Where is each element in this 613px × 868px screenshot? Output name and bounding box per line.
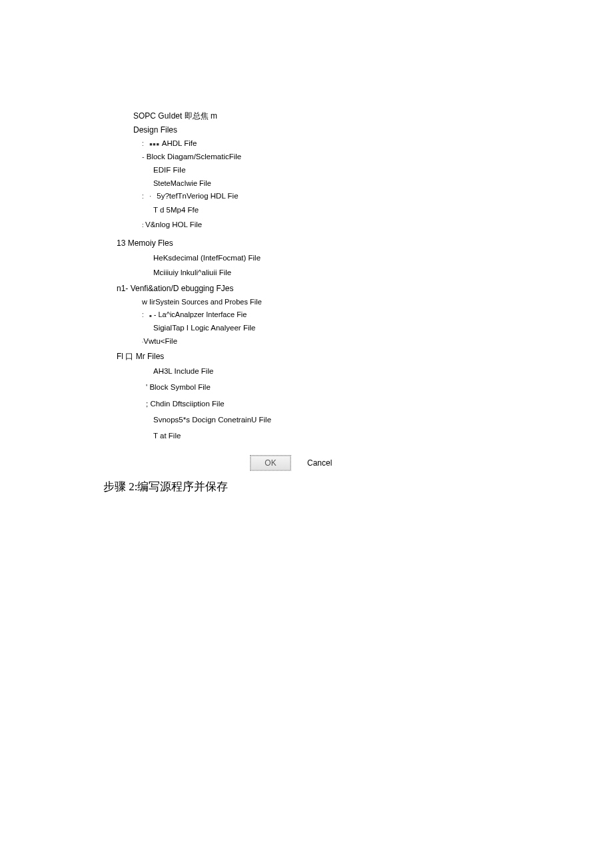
tree-item-verilog-hdl[interactable]: : V&nlog HOL File [142, 219, 613, 230]
tree-group-other-files[interactable]: Fl 口 Mr Files [117, 350, 613, 362]
tree-item-insystem[interactable]: w IirSystein Sources and Probes File [142, 296, 613, 308]
tree-item-vwtu[interactable]: ·Vwtu<File [142, 336, 613, 347]
tree-item-logic-analyzer[interactable]: - La^icAnalpzer Interface Fie [142, 309, 613, 320]
tree-item-block-symbol[interactable]: ' Block Symbol File [146, 382, 613, 393]
tree-group-memory-files[interactable]: 13 Memoiy Fles [117, 237, 613, 249]
tree-item-block-diagram[interactable]: Block Diagam/SclematicFile [142, 151, 613, 163]
tree-item-td5mp4[interactable]: T d 5Mp4 Ffe [153, 205, 613, 216]
tree-item-chain-desc[interactable]: ; Chdin Dftsciiption File [146, 398, 613, 410]
tree-item-ahdl[interactable]: AHDL Fife [142, 138, 613, 149]
tree-item-synopsys[interactable]: Svnops5*s Docign ConetrainU File [153, 414, 613, 426]
tree-group-verification[interactable]: n1- Venfi&ation/D ebugging FJes [117, 282, 613, 294]
tree-item-tat[interactable]: T at File [153, 430, 613, 442]
cancel-button[interactable]: Cancel [307, 458, 332, 468]
tree-group-design-files[interactable]: Design Files [133, 124, 613, 136]
step-2-heading: 步骤 2:编写源程序并保存 [103, 479, 613, 494]
dialog-button-row: OK Cancel [250, 455, 613, 471]
tree-item-sopc[interactable]: SOPC GuIdet 即总焦 m [133, 110, 613, 122]
tree-item-hex[interactable]: HeKsdecimal (IntefFocmat) File [153, 252, 613, 264]
ok-button[interactable]: OK [250, 455, 291, 471]
tree-item-system-verilog[interactable]: 5y?tefTnVeriog HDL Fie [142, 191, 613, 202]
tree-item-signaltap[interactable]: SigialTap I Logic Analyeer File [153, 322, 613, 334]
tree-item-ahdl-include[interactable]: AH3L Include File [153, 366, 613, 377]
tree-item-edif[interactable]: EDIF FiIe [153, 165, 613, 176]
tree-item-mif[interactable]: Mciiiuiy lnkuli^aliuii File [153, 267, 613, 278]
tree-item-state-machine[interactable]: SteteMacIwie File [153, 178, 613, 189]
